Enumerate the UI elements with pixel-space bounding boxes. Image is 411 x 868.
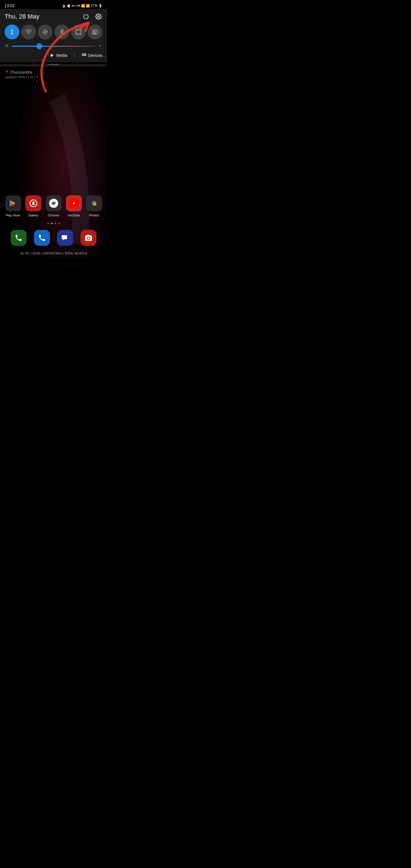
location-pin-icon: 📍 xyxy=(5,70,9,74)
svg-point-4 xyxy=(92,34,93,34)
svg-rect-19 xyxy=(62,235,67,239)
brightness-expand-icon[interactable] xyxy=(98,43,102,49)
dock-messages[interactable] xyxy=(57,230,73,246)
svg-marker-2 xyxy=(43,29,48,35)
qs-date: Thu, 28 May xyxy=(5,13,39,20)
carrier-text: Jio 4G | BSNL KARNATAKA | BSNL MOBILE xyxy=(20,252,87,255)
svg-rect-13 xyxy=(85,55,86,56)
location-info: 📍 Thanisandra Updated 28/05 11:21 ↺ xyxy=(0,66,107,81)
devices-label: Devices xyxy=(88,53,102,58)
separator: | xyxy=(74,53,75,58)
chrome-label: Chrome xyxy=(48,214,59,217)
devices-button[interactable]: Devices xyxy=(82,53,102,58)
dock-phone[interactable] xyxy=(10,230,27,246)
svg-rect-12 xyxy=(84,55,85,56)
photos-label: Photos xyxy=(89,214,99,217)
panel-bottom xyxy=(0,64,107,66)
sd-card-icon: 🔒 xyxy=(62,4,66,8)
toggle-data[interactable] xyxy=(5,25,20,39)
svg-rect-3 xyxy=(76,29,81,35)
gallery-label: Gallery xyxy=(28,214,38,217)
brightness-row xyxy=(5,43,102,49)
svg-rect-9 xyxy=(84,54,85,55)
dock-contacts[interactable] xyxy=(34,230,50,246)
page-dot-1 xyxy=(48,223,49,224)
app-playstore[interactable]: Play Store xyxy=(4,195,22,217)
svg-rect-10 xyxy=(85,54,86,55)
location-name: 📍 Thanisandra xyxy=(5,70,102,74)
carrier-bar: Jio 4G | BSNL KARNATAKA | BSNL MOBILE xyxy=(0,250,107,258)
brightness-icon xyxy=(5,43,9,49)
svg-marker-7 xyxy=(51,54,54,57)
toggle-bluetooth[interactable] xyxy=(55,25,69,39)
youtube-label: YouTube xyxy=(68,214,80,217)
lte-icon: LTE xyxy=(76,4,80,7)
brightness-thumb xyxy=(36,43,42,49)
svg-rect-8 xyxy=(83,54,83,55)
media-devices-row: Media | Devices xyxy=(5,52,102,60)
app-youtube[interactable]: YouTube xyxy=(65,195,83,217)
toggle-flashlight[interactable] xyxy=(38,25,53,39)
screen: 13:52 🔒 ⏰ Vo LTE 📶 📶 27% 🔋 Thu, 28 May xyxy=(0,0,107,258)
page-dot-4 xyxy=(59,223,60,224)
page-indicators xyxy=(0,220,107,227)
toggle-wifi[interactable] xyxy=(21,25,36,39)
status-icons: 🔒 ⏰ Vo LTE 📶 📶 27% 🔋 xyxy=(62,4,102,8)
media-button[interactable]: Media xyxy=(50,53,67,58)
playstore-icon xyxy=(5,195,21,211)
app-gallery[interactable]: Gallery xyxy=(24,195,42,217)
svg-point-16 xyxy=(53,202,55,205)
quick-settings-panel: Thu, 28 May xyxy=(0,9,107,62)
app-chrome[interactable]: Chrome xyxy=(44,195,63,217)
qs-toggles-row xyxy=(5,25,102,39)
qs-header-controls xyxy=(82,12,102,21)
svg-point-6 xyxy=(6,45,7,46)
media-label: Media xyxy=(56,53,67,58)
alarm-icon: ⏰ xyxy=(67,4,71,8)
status-bar: 13:52 🔒 ⏰ Vo LTE 📶 📶 27% 🔋 xyxy=(0,0,107,9)
power-button[interactable] xyxy=(82,12,90,21)
svg-point-0 xyxy=(98,16,99,18)
signal-icon: 📶 xyxy=(81,4,85,8)
photos-icon xyxy=(86,195,102,211)
battery-text: 27% xyxy=(91,4,98,8)
qs-header: Thu, 28 May xyxy=(5,12,102,21)
dock xyxy=(0,227,107,250)
chrome-icon xyxy=(46,195,62,211)
content-wrapper: 13:52 🔒 ⏰ Vo LTE 📶 📶 27% 🔋 Thu, 28 May xyxy=(0,0,107,258)
status-time: 13:52 xyxy=(5,3,14,8)
refresh-icon: ↺ xyxy=(35,75,38,79)
drag-handle xyxy=(49,64,59,65)
dock-camera[interactable] xyxy=(81,230,96,246)
page-dot-3 xyxy=(55,223,56,224)
app-grid: Play Store Gallery xyxy=(0,190,107,220)
playstore-label: Play Store xyxy=(6,214,20,217)
svg-point-20 xyxy=(88,237,90,239)
youtube-icon xyxy=(66,195,82,211)
battery-icon: 🔋 xyxy=(98,4,102,8)
brightness-slider[interactable] xyxy=(12,46,95,47)
gallery-icon xyxy=(25,195,41,211)
svg-rect-11 xyxy=(83,55,83,56)
page-dot-2 xyxy=(51,223,53,224)
toggle-cast[interactable] xyxy=(88,25,102,39)
signal2-icon: 📶 xyxy=(86,4,90,8)
volte-icon: Vo xyxy=(72,4,75,7)
location-updated: Updated 28/05 11:21 ↺ xyxy=(5,75,102,79)
home-area xyxy=(0,81,107,190)
app-photos[interactable]: Photos xyxy=(85,195,103,217)
toggle-screenshot[interactable] xyxy=(71,25,86,39)
svg-point-1 xyxy=(28,34,29,34)
settings-button[interactable] xyxy=(94,12,102,21)
